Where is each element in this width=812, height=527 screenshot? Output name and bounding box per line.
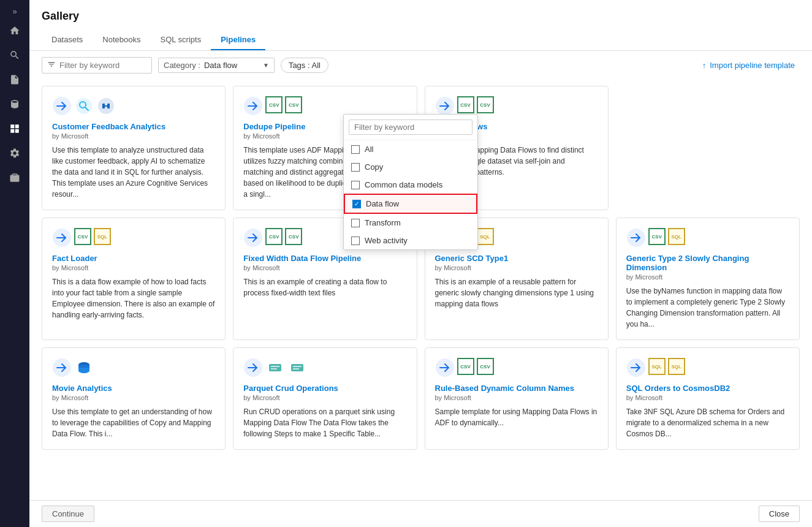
- card-customer-feedback[interactable]: Customer Feedback Analytics by Microsoft…: [42, 86, 226, 210]
- checkbox-web-activity[interactable]: [351, 237, 360, 245]
- card-movie-analytics[interactable]: Movie Analytics by Microsoft Use this te…: [42, 347, 226, 450]
- sidebar-db-icon[interactable]: [4, 93, 26, 115]
- card-title: Fact Loader: [52, 254, 215, 263]
- df-arrow-icon: [243, 358, 263, 377]
- dropdown-item-all[interactable]: All: [344, 140, 477, 158]
- checkbox-copy[interactable]: [351, 163, 360, 172]
- card-icons: [243, 358, 406, 377]
- sidebar-doc-icon[interactable]: [4, 69, 26, 91]
- filter-input-container[interactable]: [42, 57, 152, 74]
- csv-icon: CSV: [74, 228, 91, 245]
- df-arrow-icon: [52, 96, 72, 116]
- card-desc: Use this template to analyze unstructure…: [52, 145, 215, 200]
- tags-button[interactable]: Tags : All: [281, 58, 328, 73]
- tab-sql-scripts[interactable]: SQL scripts: [150, 30, 211, 50]
- df-search-icon: [74, 96, 94, 116]
- dropdown-item-data-flow[interactable]: Data flow: [344, 194, 477, 214]
- card-fact-loader[interactable]: CSV SQL Fact Loader by Microsoft This is…: [42, 218, 226, 340]
- svg-point-1: [76, 98, 92, 114]
- category-dropdown: All Copy Common data models Data flow Tr…: [343, 114, 478, 250]
- checkbox-common-data-models[interactable]: [351, 181, 360, 189]
- tab-datasets[interactable]: Datasets: [42, 30, 93, 50]
- card-title: Generic Type 2 Slowly Changing Dimension: [626, 254, 789, 272]
- card-desc: Run CRUD operations on a parquet sink us…: [243, 406, 406, 439]
- svg-rect-20: [293, 368, 299, 370]
- card-author: by Microsoft: [435, 394, 598, 401]
- card-author: by Microsoft: [52, 132, 215, 140]
- checkbox-all[interactable]: [351, 145, 360, 154]
- sidebar-expand[interactable]: »: [4, 5, 26, 17]
- card-author: by Microsoft: [243, 264, 406, 271]
- card-title: Movie Analytics: [52, 384, 215, 393]
- tab-notebooks[interactable]: Notebooks: [93, 30, 150, 50]
- filter-icon: [47, 60, 56, 70]
- sidebar: »: [0, 0, 29, 527]
- sql-icon: SQL: [94, 228, 111, 245]
- card-rule-based[interactable]: CSV CSV Rule-Based Dynamic Column Names …: [425, 347, 609, 450]
- parquet-icon-1: [265, 358, 285, 377]
- card-desc: Take 3NF SQL Azure DB schema for Orders …: [626, 406, 789, 439]
- card-icons: CSV CSV: [435, 96, 598, 116]
- dropdown-filter-input[interactable]: [349, 119, 472, 135]
- csv-icon-2: CSV: [285, 96, 302, 113]
- sidebar-briefcase-icon[interactable]: [4, 167, 26, 189]
- card-title: Customer Feedback Analytics: [52, 122, 215, 131]
- card-author: by Microsoft: [626, 394, 789, 401]
- dropdown-filter[interactable]: [344, 115, 477, 140]
- sql-icon: SQL: [668, 228, 685, 245]
- card-desc: This is an example of a reusable pattern…: [435, 276, 598, 309]
- chevron-down-icon: ▼: [263, 62, 269, 69]
- close-button[interactable]: Close: [759, 506, 800, 522]
- csv-icon-1: CSV: [457, 358, 474, 375]
- tab-bar: Datasets Notebooks SQL scripts Pipelines: [42, 30, 800, 50]
- df-arrow-icon: [435, 358, 455, 377]
- card-sql-orders[interactable]: SQL SQL SQL Orders to CosmosDB2 by Micro…: [616, 347, 800, 450]
- card-author: by Microsoft: [435, 264, 598, 271]
- card-author: by Microsoft: [52, 264, 215, 271]
- card-desc: Use the byNames function in mapping data…: [626, 286, 789, 330]
- card-title: Parquet Crud Operations: [243, 384, 406, 393]
- continue-button[interactable]: Continue: [42, 506, 94, 522]
- tab-pipelines[interactable]: Pipelines: [211, 30, 265, 50]
- toolbar: Category : Data flow ▼ Tags : All ↑ Impo…: [29, 51, 812, 80]
- card-parquet-crud[interactable]: Parquet Crud Operations by Microsoft Run…: [233, 347, 417, 450]
- category-value: Data flow: [204, 61, 259, 70]
- df-arrow-icon: [626, 358, 646, 377]
- filter-keyword-input[interactable]: [59, 61, 145, 70]
- sidebar-grid-icon[interactable]: [4, 118, 26, 140]
- header: Gallery Datasets Notebooks SQL scripts P…: [29, 0, 812, 51]
- category-label: Category :: [164, 61, 200, 70]
- dropdown-item-common-data-models[interactable]: Common data models: [344, 176, 477, 194]
- sql-icon-2: SQL: [668, 358, 685, 375]
- card-title: Fixed Width Data Flow Pipeline: [243, 254, 406, 263]
- card-icons: [52, 358, 215, 377]
- content-area: All Copy Common data models Data flow Tr…: [29, 80, 812, 500]
- csv-icon-2: CSV: [477, 358, 494, 375]
- dropdown-item-copy[interactable]: Copy: [344, 158, 477, 176]
- import-button[interactable]: ↑ Import pipeline template: [697, 58, 800, 72]
- svg-rect-15: [269, 364, 281, 371]
- checkbox-transform[interactable]: [351, 219, 360, 227]
- df-arrow-icon: [52, 228, 72, 248]
- upload-icon: ↑: [702, 61, 707, 70]
- dropdown-item-web-activity[interactable]: Web activity: [344, 232, 477, 249]
- category-select[interactable]: Category : Data flow ▼: [158, 58, 275, 73]
- df-arrow-icon: [626, 228, 646, 248]
- card-icons: SQL SQL: [626, 358, 789, 377]
- sidebar-settings-icon[interactable]: [4, 142, 26, 164]
- dropdown-item-transform[interactable]: Transform: [344, 214, 477, 232]
- footer: Continue Close: [29, 500, 812, 527]
- sidebar-search-icon[interactable]: [4, 44, 26, 66]
- card-generic-type2[interactable]: CSV SQL Generic Type 2 Slowly Changing D…: [616, 218, 800, 340]
- df-arrow-icon: [243, 96, 263, 116]
- db-icon: [74, 358, 94, 377]
- checkbox-data-flow[interactable]: [352, 200, 361, 208]
- df-arrow-icon: [243, 228, 263, 248]
- card-desc: This is a data flow example of how to lo…: [52, 276, 215, 320]
- page-title: Gallery: [42, 10, 800, 23]
- sidebar-home-icon[interactable]: [4, 20, 26, 42]
- df-fork-icon: [96, 96, 116, 116]
- card-icons: CSV CSV: [435, 358, 598, 377]
- card-icons: CSV SQL: [52, 228, 215, 248]
- csv-icon-1: CSV: [265, 228, 283, 245]
